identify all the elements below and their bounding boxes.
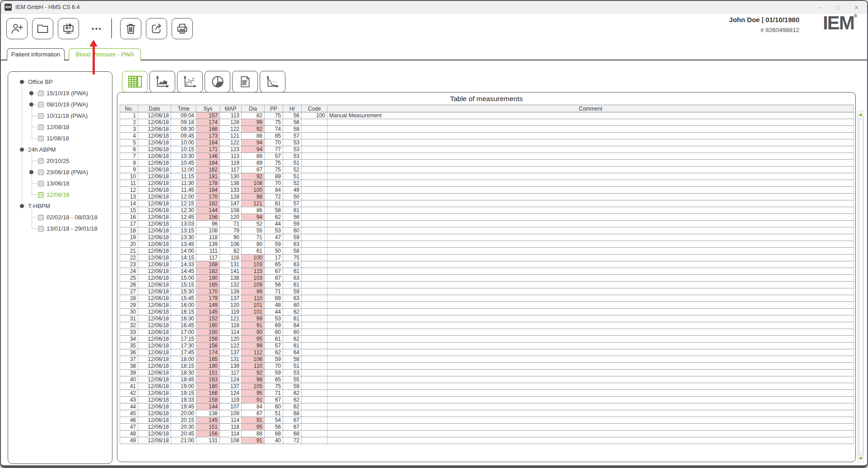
tree-item[interactable]: 11/08/18 — [8, 133, 112, 144]
tree-item-label: 13/01/18 - 29/01/18 — [47, 225, 98, 232]
view-tab-report[interactable] — [232, 71, 258, 93]
device-sync-button[interactable] — [58, 18, 79, 39]
measurement-row[interactable]: 1512/06/1812:30144108865861 — [120, 207, 854, 214]
measurement-row[interactable]: 312/06/1809:30166122927458 — [120, 126, 854, 133]
maximize-icon[interactable]: □ — [836, 5, 840, 10]
measurement-row[interactable]: 4812/06/1820:45156114886868 — [120, 431, 854, 437]
export-button[interactable] — [146, 18, 167, 39]
measurement-row[interactable]: 3612/06/1817:451741371126264 — [120, 349, 854, 356]
measurement-row[interactable]: 2412/06/1814:451821411156761 — [120, 268, 854, 275]
measurement-row[interactable]: 1912/06/1813:3011890714759 — [120, 234, 854, 241]
tree-item[interactable]: 20/10/25 — [8, 155, 112, 167]
measurement-row[interactable]: 4512/06/1820:00138109875168 — [120, 410, 854, 417]
measurement-row[interactable]: 912/06/1811:00162117877552 — [120, 167, 854, 173]
measurement-row[interactable]: 3312/06/1817:00150114906060 — [120, 329, 854, 336]
measurement-row[interactable]: 3512/06/1817:30156122995761 — [120, 343, 854, 349]
measurement-row[interactable]: 4312/06/1819:33158119916762 — [120, 397, 854, 403]
scroll-down-button[interactable] — [858, 455, 863, 462]
measurement-row[interactable]: 2712/06/1815:30170128997159 — [120, 288, 854, 295]
calendar-icon — [37, 158, 44, 164]
measurement-row[interactable]: 3812/06/1818:151801391107051 — [120, 363, 854, 370]
tree-rail — [32, 209, 32, 228]
measurement-row[interactable]: 3412/06/1817:15156120956162 — [120, 336, 854, 343]
close-icon[interactable]: ✕ — [854, 5, 859, 10]
vertical-scrollbar[interactable] — [858, 111, 864, 463]
measurement-row[interactable]: 412/06/1809:45173121888557 — [120, 133, 854, 139]
tree-item[interactable]: 02/02/18 - 08/03/18 — [8, 212, 112, 223]
measurement-row[interactable]: 2912/06/1816:001491201014860 — [120, 302, 854, 309]
measurement-row[interactable]: 4112/06/1819:001801371057559 — [120, 383, 854, 390]
measurement-row[interactable]: 3012/06/1816:151451191014462 — [120, 309, 854, 315]
tree-item[interactable]: 13/01/18 - 29/01/18 — [8, 223, 112, 234]
tree-item[interactable]: 12/06/18 — [8, 189, 112, 200]
tree-item[interactable]: 15/10/19 (PWA) — [8, 88, 112, 99]
tree-item[interactable]: Office BP — [8, 76, 112, 88]
tree-item[interactable]: 23/06/18 (PWA) — [8, 167, 112, 178]
measurement-row[interactable]: 4712/06/1820:30151118955667 — [120, 424, 854, 431]
column-header: Date — [138, 105, 171, 112]
open-folder-button[interactable] — [32, 18, 53, 39]
measurement-row[interactable]: 3212/06/1816:45160118916964 — [120, 322, 854, 329]
measurement-row[interactable]: 1112/06/1811:301781361087052 — [120, 180, 854, 187]
measurement-row[interactable]: 2012/06/1813:45139106805963 — [120, 241, 854, 248]
tree-item[interactable]: 24h ABPM — [8, 144, 112, 155]
measurement-row[interactable]: 1012/06/1811:15181130928951 — [120, 173, 854, 180]
measurement-row[interactable]: 1612/06/1812:45156120946256 — [120, 214, 854, 221]
view-tabs — [122, 71, 285, 93]
tree-item[interactable]: 10/11/18 (PWA) — [8, 110, 112, 121]
measurements-panel: Table of measurements No.DateTimeSysMAPD… — [117, 92, 856, 462]
measurement-row[interactable]: 4612/06/1820:15145114915467 — [120, 417, 854, 424]
view-tab-table-view[interactable] — [122, 71, 148, 93]
measurement-row[interactable]: 812/06/1810:45164119897551 — [120, 160, 854, 167]
measurement-row[interactable]: 4212/06/1819:15166124957162 — [120, 390, 854, 397]
view-tab-error-bar-chart[interactable] — [177, 71, 203, 93]
measurement-row[interactable]: 4912/06/1821:00131108914072 — [120, 437, 854, 444]
measurement-row[interactable]: 2512/06/1815:001901381038763 — [120, 275, 854, 282]
tree-item-label: 11/08/18 — [47, 135, 69, 142]
measurement-row[interactable]: 1412/06/1812:151821471216157 — [120, 200, 854, 207]
more-options-button[interactable]: ••• — [91, 22, 103, 35]
scroll-up-button[interactable] — [858, 111, 863, 118]
measurement-row[interactable]: 2612/06/1815:151651321095661 — [120, 282, 854, 288]
measurement-row[interactable]: 712/06/1810:30146113895753 — [120, 153, 854, 160]
measurement-row[interactable]: 2812/06/1815:451791371106963 — [120, 295, 854, 302]
patient-header: John Doe | 01/10/1980 # 8260498812 — [729, 16, 799, 33]
measurement-row[interactable]: 3912/06/1818:30151117925953 — [120, 370, 854, 376]
print-button[interactable] — [172, 18, 193, 39]
error-bar-chart-icon — [182, 74, 198, 89]
measurement-row[interactable]: 1712/06/1813:039671524459 — [120, 221, 854, 227]
tab-patient-information[interactable]: Patient information — [7, 48, 65, 60]
tree-item[interactable]: T-HBPM — [8, 200, 112, 212]
measurement-row[interactable]: 512/06/1810:00164122947053 — [120, 139, 854, 146]
measurement-row[interactable]: 112/06/1809:04157113827556100Manual Meas… — [120, 112, 854, 119]
add-patient-button[interactable] — [6, 18, 28, 39]
tree-item[interactable]: 13/06/18 — [8, 178, 112, 189]
delete-button[interactable] — [120, 18, 141, 39]
tree-item[interactable]: 08/10/19 (PWA) — [8, 99, 112, 110]
measurement-row[interactable]: 1312/06/1812:00170128987250 — [120, 194, 854, 200]
export-icon — [150, 22, 163, 35]
measurement-row[interactable]: 4412/06/1819:45144107846062 — [120, 403, 854, 410]
measurement-row[interactable]: 3712/06/1818:001651311065958 — [120, 356, 854, 363]
tree-item[interactable]: 12/08/18 — [8, 121, 112, 133]
measurement-row[interactable]: 1812/06/1813:1510879555360 — [120, 227, 854, 234]
measurement-row[interactable]: 2112/06/1814:0011182615058 — [120, 248, 854, 255]
calendar-icon — [37, 90, 44, 97]
scrollbar-thumb[interactable] — [859, 119, 863, 454]
view-tab-pie-chart[interactable] — [205, 71, 230, 93]
measurement-row[interactable]: 1212/06/1811:451841331008449 — [120, 187, 854, 194]
minimize-icon[interactable]: – — [818, 5, 821, 10]
tab-blood-pressure-pwa[interactable]: Blood Pressure - PWA — [69, 48, 141, 60]
measurement-row[interactable]: 4012/06/1818:45163124986555 — [120, 376, 854, 383]
scroll-up-icon — [859, 113, 863, 116]
measurement-row[interactable]: 2312/06/1814:331681311036563 — [120, 261, 854, 268]
measurement-row[interactable]: 3112/06/1816:30152121995361 — [120, 315, 854, 322]
open-folder-icon — [36, 22, 49, 35]
measurement-row[interactable]: 212/06/1809:18174128997556 — [120, 119, 854, 126]
view-tab-distribution-curve[interactable] — [260, 71, 285, 93]
window-title: IEM GmbH - HMS CS 6.4 — [15, 4, 79, 10]
measurement-row[interactable]: 2212/06/1814:151171161001775 — [120, 255, 854, 261]
column-header: Dia — [242, 105, 265, 112]
measurement-row[interactable]: 612/06/1810:15171123947753 — [120, 146, 854, 153]
view-tab-trend-chart[interactable] — [149, 71, 175, 93]
